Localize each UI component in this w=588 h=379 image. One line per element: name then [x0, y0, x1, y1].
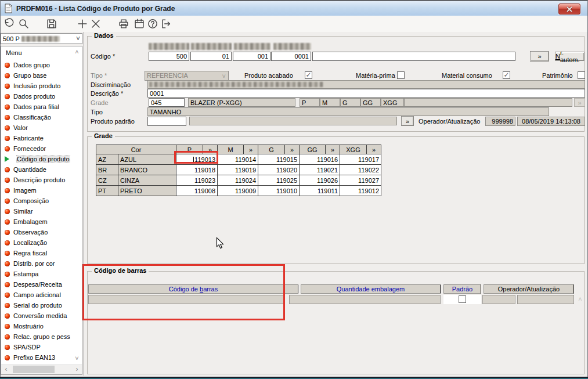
patrimonio-checkbox[interactable]: [578, 71, 585, 79]
barcode-column-header[interactable]: Código de barras: [88, 284, 298, 294]
print-button[interactable]: [117, 17, 130, 30]
sidebar-item-inclusao-produto[interactable]: Inclusão produto: [3, 81, 60, 91]
expand-column-button[interactable]: »: [367, 145, 381, 154]
sidebar-item-dados-grupo[interactable]: Dados grupo: [3, 60, 50, 70]
sidebar-item-campo-adicional[interactable]: Campo adicional: [3, 290, 61, 299]
close-icon: [566, 6, 573, 12]
exit-button[interactable]: [160, 17, 172, 30]
tipo-dropdown[interactable]: REFERENCIA ˅: [145, 71, 229, 81]
size-header-m[interactable]: M: [218, 145, 244, 154]
grade-code-input[interactable]: 045: [149, 98, 185, 107]
codigo-segment-1-input[interactable]: 500: [149, 52, 189, 61]
product-code-cell[interactable]: 119019: [218, 165, 258, 175]
sidebar-item-despesa-receita[interactable]: Despesa/Receita: [3, 280, 62, 289]
codigo-segment-2-input[interactable]: 01: [190, 52, 232, 61]
product-code-cell[interactable]: 119024: [218, 175, 258, 186]
sidebar-item-regra-fiscal[interactable]: Regra fiscal: [3, 248, 47, 258]
close-button[interactable]: [558, 3, 580, 15]
delete-button[interactable]: [89, 17, 102, 30]
padrao-column-header[interactable]: Padrão: [443, 284, 481, 294]
product-code-cell[interactable]: 119020: [258, 165, 300, 175]
sidebar-item-estampa[interactable]: Estampa: [3, 269, 38, 279]
undo-button[interactable]: [3, 17, 16, 30]
scrollbar-thumb[interactable]: [13, 366, 55, 373]
barcode-scroll-up[interactable]: ˄: [576, 295, 584, 303]
expand-column-button[interactable]: »: [326, 145, 340, 154]
product-code-cell[interactable]: 119018: [176, 165, 218, 175]
sidebar-item-imagem[interactable]: Imagem: [3, 186, 37, 195]
help-button[interactable]: [146, 17, 159, 30]
scroll-left-icon[interactable]: ‹: [2, 365, 10, 374]
product-code-cell[interactable]: 119014: [218, 154, 258, 165]
product-code-cell[interactable]: 119017: [340, 154, 381, 165]
size-header-g[interactable]: G: [258, 145, 285, 154]
codigo-segment-3-input[interactable]: 001: [233, 52, 270, 61]
sidebar-item-fabricante[interactable]: Fabricante: [3, 133, 44, 143]
sidebar-item-composicao[interactable]: Composição: [3, 196, 49, 205]
product-code-cell[interactable]: 119016: [300, 154, 340, 165]
product-code-cell[interactable]: 119023: [176, 175, 218, 186]
product-code-cell[interactable]: 119009: [218, 186, 258, 196]
sidebar-item-observacao[interactable]: Observação: [3, 228, 48, 237]
sidebar-item-similar[interactable]: Similar: [3, 207, 33, 216]
produto-padrao-code-input[interactable]: [147, 117, 186, 126]
codigo-segment-4-input[interactable]: 0001: [271, 52, 311, 61]
expand-column-button[interactable]: »: [203, 145, 218, 154]
sidebar-item-quantidade[interactable]: Quantidade: [3, 165, 46, 174]
codigo-lookup-button[interactable]: »: [530, 51, 549, 62]
sidebar-item-localizacao[interactable]: Localização: [3, 238, 47, 247]
sidebar-item-spa-sdp[interactable]: SPA/SDP: [3, 342, 41, 352]
calendar-button[interactable]: [133, 17, 146, 30]
product-code-cell[interactable]: 119025: [258, 175, 300, 186]
produto-acabado-checkbox[interactable]: ✓: [305, 71, 312, 79]
sidebar-item-mostruario[interactable]: Mostruário: [3, 322, 44, 331]
search-button[interactable]: [17, 17, 30, 30]
size-header-p[interactable]: P: [176, 145, 203, 154]
menu-scroll-down[interactable]: ˅: [73, 355, 81, 362]
expand-column-button[interactable]: »: [285, 145, 300, 154]
product-code-cell[interactable]: 119012: [340, 186, 381, 196]
sidebar-item-codigo-do-produto[interactable]: Código do produto: [3, 154, 70, 164]
material-consumo-checkbox[interactable]: ✓: [503, 71, 510, 79]
product-code-cell[interactable]: 119021: [300, 165, 340, 175]
product-code-cell[interactable]: 119026: [300, 175, 340, 186]
sidebar-item-valor[interactable]: Valor: [3, 123, 28, 132]
product-code-cell[interactable]: 119011: [300, 186, 340, 196]
sidebar-item-dados-produto[interactable]: Dados produto: [3, 92, 55, 101]
sidebar-item-embalagem[interactable]: Embalagem: [3, 217, 48, 226]
menu-horizontal-scrollbar[interactable]: ‹ ›: [1, 364, 82, 374]
sidebar-item-grupo-base[interactable]: Grupo base: [3, 71, 46, 80]
product-code-cell[interactable]: 119022: [340, 165, 381, 175]
produto-padrao-lookup-button[interactable]: »: [401, 116, 414, 126]
sidebar-item-descricao-produto[interactable]: Descrição produto: [3, 175, 65, 185]
sidebar-item-distrib-por-cor[interactable]: Distrib. por cor: [3, 259, 55, 268]
product-code-cell-focused[interactable]: 119013: [176, 154, 218, 165]
menu-scroll-up[interactable]: ˄: [73, 48, 81, 56]
sidebar-item-conversao-medida[interactable]: Conversão medida: [3, 311, 67, 320]
padrao-checkbox[interactable]: [459, 295, 466, 303]
barcode-empty-cell[interactable]: [88, 295, 284, 304]
product-code-cell[interactable]: 119027: [340, 175, 381, 186]
scroll-right-icon[interactable]: ›: [73, 365, 81, 374]
quantity-column-header[interactable]: Quantidade embalagem: [301, 284, 441, 294]
codigo-descricao-input[interactable]: [312, 52, 515, 61]
product-code-cell[interactable]: 119015: [258, 154, 300, 165]
sidebar-item-dados-para-filial[interactable]: Dados para filial: [3, 102, 59, 111]
quantity-empty-cell[interactable]: [289, 295, 441, 304]
product-code-cell[interactable]: 119010: [258, 186, 300, 196]
size-header-gg[interactable]: GG: [300, 145, 326, 154]
sidebar-item-relac-grupo-e-pessoa[interactable]: Relac. grupo e pess: [3, 332, 70, 341]
sidebar-item-serial-do-produto[interactable]: Serial do produto: [3, 301, 62, 310]
nr-autom-button[interactable]: Nr. autom.: [555, 52, 585, 61]
size-header-xgg[interactable]: XGG: [340, 145, 367, 154]
product-code-cell[interactable]: 119008: [176, 186, 218, 196]
sidebar-item-fornecedor[interactable]: Fornecedor: [3, 144, 46, 153]
add-button[interactable]: [76, 17, 89, 30]
sidebar-item-prefixo-ean13[interactable]: Prefixo EAN13: [3, 353, 55, 362]
save-button[interactable]: [45, 17, 58, 30]
group-selector-dropdown[interactable]: 500 P ˅: [1, 33, 82, 44]
materia-prima-checkbox[interactable]: [397, 71, 405, 79]
descricao-input[interactable]: 0001: [147, 89, 585, 98]
sidebar-item-classificacao[interactable]: Classificação: [3, 113, 51, 122]
expand-column-button[interactable]: »: [244, 145, 258, 154]
